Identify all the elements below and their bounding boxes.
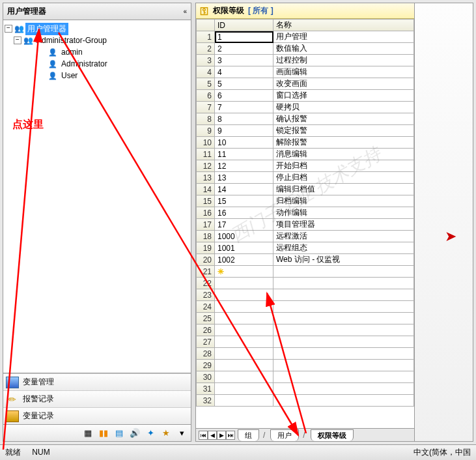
sheet-nav-next[interactable]: ▶ [217,431,226,440]
status-bar: 就绪 NUM 中文(简体，中国 [0,444,476,460]
table-row[interactable]: 88确认报警 [197,113,414,125]
annotation-text: 点这里 [12,118,44,132]
left-panel-header: 用户管理器 « [3,3,191,20]
table-row[interactable]: 1111消息编辑 [197,149,414,160]
table-row[interactable]: 1414编辑归档值 [197,184,414,195]
col-name[interactable]: 名称 [273,20,414,31]
tab-user[interactable]: 用户 [270,429,299,441]
status-num: NUM [32,448,49,457]
table-row[interactable]: 201002Web 访问 - 仅监视 [197,254,414,266]
sheet-nav-first[interactable]: ⏮ [199,431,208,440]
sheet-nav-last[interactable]: ⏭ [226,431,235,440]
table-row[interactable]: 28 [197,348,414,360]
right-title: 权限等级 [213,5,244,16]
table-row[interactable]: 66窗口选择 [197,90,414,102]
toolbar-star-icon[interactable]: ★ [159,427,173,440]
expander-icon[interactable]: − [5,25,12,33]
tree-user-label[interactable]: admin [59,47,85,57]
section-variable-mgmt[interactable]: 变量管理 [3,373,191,390]
table-row[interactable]: 23 [197,289,414,301]
section-alarm-log[interactable]: 报警记录 [3,390,191,407]
table-row[interactable]: 191001远程组态 [197,242,414,254]
sheet-nav-prev[interactable]: ◀ [208,431,217,440]
status-ready: 就绪 [5,448,21,457]
table-row[interactable]: 1212开始归档 [197,160,414,172]
section-label: 变量记录 [23,410,54,422]
sheet-tabs: ⏮ ◀ ▶ ⏭ 组 / 用户 / 权限等级 [196,428,414,441]
table-row[interactable]: 1010解除报警 [197,137,414,149]
table-row[interactable]: 22数值输入 [197,43,414,55]
table-row[interactable]: 32 [197,395,414,407]
toolbar-bars-icon[interactable]: ▮▮ [96,427,111,440]
table-row[interactable]: 11用户管理 [197,31,414,43]
tree-user-label[interactable]: User [59,70,79,81]
grid[interactable]: ID 名称 11用户管理22数值输入33过程控制44画面编辑55改变画面66窗口… [196,19,414,428]
right-title-filter: [ 所有 ] [248,5,273,16]
table-row[interactable]: 30 [197,371,414,383]
toolbar-sound-icon[interactable]: 🔊 [128,427,142,440]
key-icon: ⚿ [200,6,209,16]
table-row[interactable]: 33过程控制 [197,55,414,66]
table-row[interactable]: 181000远程激活 [197,231,414,242]
toolbar-grid-icon[interactable]: ▦ [81,427,95,440]
tree-user-label[interactable]: Administrator [59,59,109,69]
section-label: 报警记录 [23,394,54,405]
table-row[interactable]: 55改变画面 [197,78,414,90]
table-row[interactable]: 1616动作编辑 [197,207,414,219]
variable-icon [6,377,19,388]
left-panel-title: 用户管理器 [7,6,46,17]
tree-root-label[interactable]: 用户管理器 [25,23,68,35]
table-row[interactable]: 1313停止归档 [197,172,414,184]
toolbar-more-icon[interactable]: ▾ [175,427,189,440]
group-icon [23,35,33,46]
user-tree[interactable]: − 用户管理器 − Administrator-Group admin Admi… [3,20,191,373]
cursor-icon: ➤ [445,228,456,245]
left-toolbar: ▦ ▮▮ ▤ 🔊 ✦ ★ ▾ [3,424,191,441]
table-row[interactable]: 77硬拷贝 [197,102,414,113]
table-row[interactable]: 29 [197,360,414,371]
tab-group[interactable]: 组 [238,429,259,441]
status-lang: 中文(简体，中国 [413,448,471,457]
people-icon [14,23,24,34]
section-label: 变量管理 [23,377,54,388]
table-row[interactable]: 26 [197,324,414,336]
alarm-icon [6,394,19,405]
table-row[interactable]: 22 [197,278,414,289]
person-icon [48,47,58,57]
log-icon [6,410,19,422]
collapse-icon[interactable]: « [183,8,187,15]
properties-strip [415,3,473,442]
section-variable-log[interactable]: 变量记录 [3,407,191,424]
tree-group-label[interactable]: Administrator-Group [35,35,109,46]
person-icon [48,59,58,69]
table-row[interactable]: 1717项目管理器 [197,219,414,231]
corner-cell[interactable] [197,20,215,31]
new-row-icon: ✳ [217,267,224,276]
tab-permission[interactable]: 权限等级 [311,429,354,441]
person-icon [48,70,58,81]
table-row[interactable]: 25 [197,313,414,324]
toolbar-wrench-icon[interactable]: ✦ [143,427,158,440]
table-row[interactable]: 1515归档编辑 [197,195,414,207]
table-row[interactable]: 99锁定报警 [197,125,414,137]
col-id[interactable]: ID [215,20,273,31]
table-row[interactable]: 24 [197,301,414,313]
table-row[interactable]: 27 [197,336,414,348]
toolbar-db-icon[interactable]: ▤ [112,427,126,440]
table-row-new[interactable]: 21✳ [197,266,414,278]
table-row[interactable]: 31 [197,383,414,395]
right-panel-header: ⚿ 权限等级 [ 所有 ] [196,3,414,19]
expander-icon[interactable]: − [14,36,21,44]
table-row[interactable]: 44画面编辑 [197,66,414,78]
